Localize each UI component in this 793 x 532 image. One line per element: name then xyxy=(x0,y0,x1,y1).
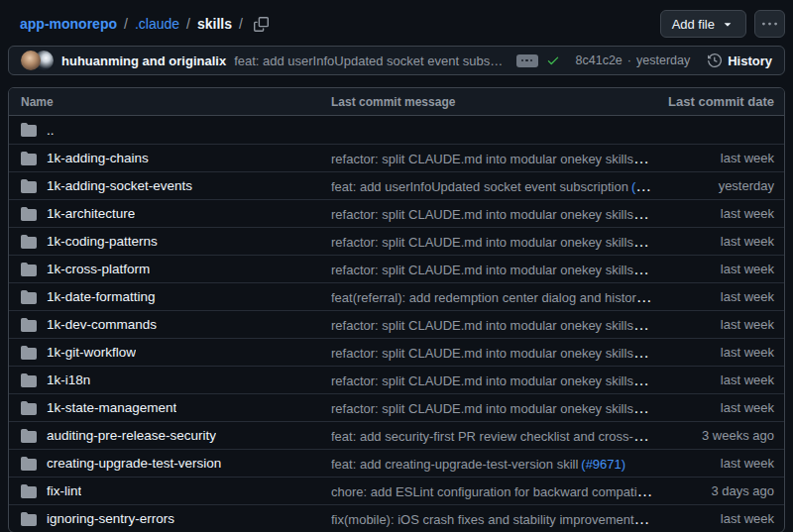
add-file-label: Add file xyxy=(672,17,715,32)
copy-icon xyxy=(254,17,269,32)
row-commit-message-link[interactable]: refactor: split CLAUDE.md into modular o… xyxy=(331,399,649,416)
commit-message-cell: refactor: split CLAUDE.md into modular o… xyxy=(331,150,655,167)
row-commit-message-link[interactable]: refactor: split CLAUDE.md into modular o… xyxy=(331,316,649,333)
name-cell: auditing-pre-release-security xyxy=(9,428,331,444)
table-row[interactable]: creating-upgrade-test-version feat: add … xyxy=(9,449,784,477)
row-commit-message-link[interactable]: chore: add ESLint configuration for back… xyxy=(331,482,655,499)
row-commit-message-link[interactable]: refactor: split CLAUDE.md into modular o… xyxy=(331,344,649,361)
folder-icon xyxy=(21,317,37,333)
folder-name-link[interactable]: 1k-date-formatting xyxy=(47,289,156,304)
commit-sha-link[interactable]: 8c41c2e xyxy=(576,53,623,67)
commit-message-cell: refactor: split CLAUDE.md into modular o… xyxy=(331,344,655,362)
row-commit-message-link[interactable]: refactor: split CLAUDE.md into modular o… xyxy=(331,372,649,388)
breadcrumb-separator: / xyxy=(186,16,190,32)
folder-icon xyxy=(21,372,37,388)
folder-name-link[interactable]: 1k-adding-socket-events xyxy=(47,178,192,193)
folder-icon xyxy=(21,289,37,305)
name-cell: 1k-cross-platform xyxy=(9,262,331,277)
folder-name-link[interactable]: auditing-pre-release-security xyxy=(47,428,216,443)
folder-name-link[interactable]: 1k-coding-patterns xyxy=(47,234,158,249)
table-row[interactable]: .. xyxy=(9,116,784,144)
folder-name-link[interactable]: 1k-git-workflow xyxy=(47,345,136,360)
folder-name-link[interactable]: fix-lint xyxy=(47,483,81,498)
table-row[interactable]: fix-lint chore: add ESLint configuration… xyxy=(9,477,784,504)
meta-dot-separator: · xyxy=(627,53,631,67)
folder-name-link[interactable]: .. xyxy=(47,123,55,138)
name-cell: 1k-date-formatting xyxy=(9,289,331,305)
name-cell: 1k-adding-chains xyxy=(9,151,331,166)
row-commit-message-link[interactable]: refactor: split CLAUDE.md into modular o… xyxy=(331,205,649,222)
breadcrumb-parent-link[interactable]: .claude xyxy=(135,16,179,32)
table-row[interactable]: 1k-i18n refactor: split CLAUDE.md into m… xyxy=(9,366,784,393)
row-commit-message-link[interactable]: feat: add userInfoUpdated socket event s… xyxy=(331,179,628,194)
avatar-stack[interactable] xyxy=(21,51,54,70)
table-row[interactable]: 1k-state-management refactor: split CLAU… xyxy=(9,393,784,421)
history-clock-icon xyxy=(708,53,722,67)
table-row[interactable]: 1k-adding-socket-events feat: add userIn… xyxy=(9,171,784,199)
folder-name-link[interactable]: creating-upgrade-test-version xyxy=(47,456,221,471)
column-header-name: Name xyxy=(9,95,331,109)
table-row[interactable]: 1k-date-formatting feat(referral): add r… xyxy=(9,282,784,310)
folder-name-link[interactable]: 1k-adding-chains xyxy=(47,151,149,165)
topbar-actions: Add file xyxy=(660,10,785,38)
row-commit-message-link[interactable]: feat: add creating-upgrade-test-version … xyxy=(331,457,578,472)
table-row[interactable]: ignoring-sentry-errors fix(mobile): iOS … xyxy=(9,504,784,532)
commit-message-cell: refactor: split CLAUDE.md into modular o… xyxy=(331,205,655,223)
commit-description-expander[interactable] xyxy=(516,54,538,67)
commit-message-text[interactable]: feat: add userInfoUpdated socket event s… xyxy=(234,53,508,68)
copy-path-button[interactable] xyxy=(252,15,271,34)
history-button[interactable]: History xyxy=(708,53,772,68)
table-row[interactable]: auditing-pre-release-security feat: add … xyxy=(9,421,784,449)
commit-meta: 8c41c2e · yesterday xyxy=(576,53,691,67)
folder-icon xyxy=(21,456,37,472)
history-label: History xyxy=(728,53,772,68)
commit-message-cell: refactor: split CLAUDE.md into modular o… xyxy=(331,316,655,334)
breadcrumb-separator: / xyxy=(239,16,243,32)
commit-authors-link[interactable]: huhuanming and originalix xyxy=(61,53,226,68)
row-commit-message-link[interactable]: refactor: split CLAUDE.md into modular o… xyxy=(331,150,649,166)
table-row[interactable]: 1k-architecture refactor: split CLAUDE.m… xyxy=(9,199,784,227)
commit-message: feat: add userInfoUpdated socket event s… xyxy=(234,53,508,68)
commit-message-cell: chore: add ESLint configuration for back… xyxy=(331,482,655,500)
avatar-huhuanming[interactable] xyxy=(21,51,41,70)
table-row[interactable]: 1k-git-workflow refactor: split CLAUDE.m… xyxy=(9,338,784,366)
name-cell: 1k-coding-patterns xyxy=(9,234,331,250)
commit-time: yesterday xyxy=(636,53,690,67)
name-cell: 1k-dev-commands xyxy=(9,317,331,333)
table-row[interactable]: 1k-cross-platform refactor: split CLAUDE… xyxy=(9,255,784,282)
row-commit-message-link[interactable]: refactor: split CLAUDE.md into modular o… xyxy=(331,261,649,277)
add-file-button[interactable]: Add file xyxy=(660,10,746,38)
breadcrumb-repo-link[interactable]: app-monorepo xyxy=(20,16,117,32)
commit-message-cell: feat: add security-first PR review check… xyxy=(331,427,655,445)
commit-date: last week xyxy=(655,511,784,526)
folder-icon xyxy=(21,122,37,138)
folder-name-link[interactable]: 1k-dev-commands xyxy=(47,317,157,332)
column-header-last-commit-message: Last commit message xyxy=(331,95,655,109)
folder-icon xyxy=(21,178,37,194)
commit-date: last week xyxy=(655,151,784,165)
folder-name-link[interactable]: 1k-architecture xyxy=(47,206,135,221)
row-pr-link[interactable]: (#9671) xyxy=(581,457,625,472)
folder-icon xyxy=(21,345,37,361)
row-commit-message-link[interactable]: fix(mobile): iOS crash fixes and stabili… xyxy=(331,510,650,527)
folder-name-link[interactable]: 1k-cross-platform xyxy=(47,262,150,276)
row-commit-message-link[interactable]: feat: add security-first PR review check… xyxy=(331,427,655,444)
row-commit-message-link[interactable]: refactor: split CLAUDE.md into modular o… xyxy=(331,233,649,250)
folder-name-link[interactable]: 1k-i18n xyxy=(47,372,90,387)
row-commit-message-link[interactable]: feat(referral): add redemption center di… xyxy=(331,288,655,305)
name-cell: 1k-i18n xyxy=(9,372,331,388)
commit-date: yesterday xyxy=(655,178,784,193)
table-row[interactable]: 1k-adding-chains refactor: split CLAUDE.… xyxy=(9,144,784,171)
folder-name-link[interactable]: ignoring-sentry-errors xyxy=(47,511,174,526)
table-row[interactable]: 1k-coding-patterns refactor: split CLAUD… xyxy=(9,227,784,255)
more-options-button[interactable] xyxy=(754,10,785,38)
file-table-header: Name Last commit message Last commit dat… xyxy=(9,88,784,116)
folder-name-link[interactable]: 1k-state-management xyxy=(47,400,176,415)
table-row[interactable]: 1k-dev-commands refactor: split CLAUDE.m… xyxy=(9,310,784,338)
file-table: Name Last commit message Last commit dat… xyxy=(8,87,785,532)
latest-commit-bar: huhuanming and originalix feat: add user… xyxy=(8,46,785,75)
topbar: app-monorepo / .claude / skills / Add fi… xyxy=(8,8,785,40)
commit-status-check-icon[interactable] xyxy=(546,53,560,67)
commit-message-cell: refactor: split CLAUDE.md into modular o… xyxy=(331,399,655,417)
row-pr-link[interactable]: (#9839) xyxy=(631,179,655,194)
